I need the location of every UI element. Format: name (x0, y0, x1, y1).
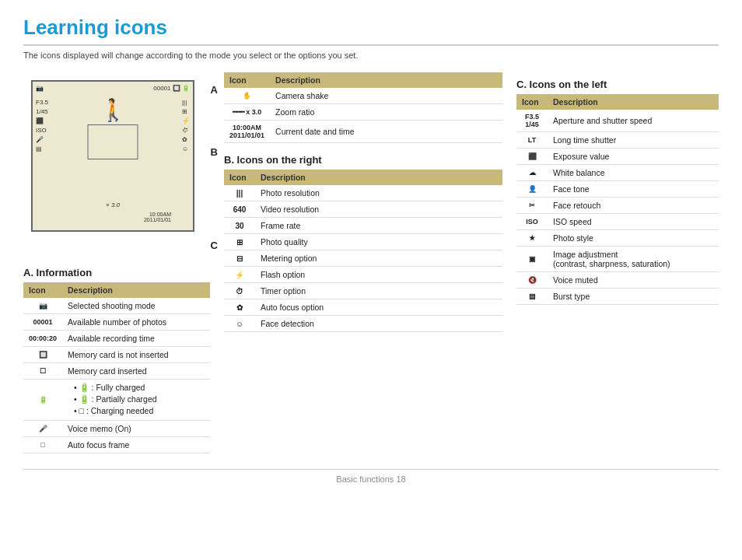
table-row: ☺Face detection (224, 316, 502, 332)
table-row: ✿Auto focus option (224, 299, 502, 316)
desc-cell: Available recording time (62, 331, 210, 347)
table-row: ☐Memory card inserted (23, 363, 210, 380)
label-b: B (211, 146, 218, 158)
table-row: ✋Camera shake (224, 88, 502, 104)
desc-cell: Video resolution (255, 201, 502, 218)
table-row: ▣Image adjustment (contrast, sharpness, … (516, 247, 719, 272)
desc-cell: Face tone (548, 181, 719, 198)
table-row: ★Photo style (516, 230, 719, 247)
section-a-col-desc: Description (62, 282, 210, 298)
desc-cell: Photo resolution (255, 185, 502, 201)
icon-cell: □ (23, 437, 62, 453)
icon-cell: ▤ (516, 289, 548, 305)
table-row: 🔇Voice muted (516, 272, 719, 289)
desc-cell: Frame rate (255, 218, 502, 234)
icon-cell: ⚡ (224, 267, 255, 283)
desc-cell: Zoom ratio (270, 104, 502, 121)
section-a-table: Icon Description 📷Selected shooting mode… (23, 282, 210, 453)
icon-cell: ★ (516, 230, 548, 247)
table-row: 10:00AM 2011/01/01Current date and time (224, 121, 502, 143)
icon-cell: ⊞ (224, 234, 255, 250)
desc-cell: Camera shake (270, 88, 502, 104)
table-row: ▤Burst type (516, 289, 719, 305)
icon-cell: ISO (516, 214, 548, 230)
icon-cell: 📷 (23, 298, 62, 314)
top-icons-table: Icon Description ✋Camera shake━━━ x 3.0Z… (224, 72, 502, 143)
section-c-col-icon: Icon (516, 94, 548, 110)
table-row: 00001Available number of photos (23, 314, 210, 331)
top-table-col-desc: Description (270, 72, 502, 88)
desc-cell: Selected shooting mode (62, 298, 210, 314)
desc-cell: Memory card is not inserted (62, 347, 210, 363)
desc-cell: Auto focus frame (62, 437, 210, 453)
icon-cell: ☁ (516, 165, 548, 181)
table-row: 📷Selected shooting mode (23, 298, 210, 314)
table-row: ☁White balance (516, 165, 719, 181)
desc-cell: Face retouch (548, 198, 719, 214)
page-title: Learning icons (23, 16, 719, 46)
section-b-col-desc: Description (255, 170, 502, 185)
desc-cell: Burst type (548, 289, 719, 305)
icon-cell: ☺ (224, 316, 255, 332)
icon-cell: 00:00:20 (23, 331, 62, 347)
table-row: ⊞Photo quality (224, 234, 502, 250)
icon-cell: ✋ (224, 88, 270, 104)
desc-cell: Metering option (255, 250, 502, 267)
top-table-col-icon: Icon (224, 72, 270, 88)
table-row: ✂Face retouch (516, 198, 719, 214)
section-b-table: Icon Description |||Photo resolution640V… (224, 170, 502, 332)
table-row: □Auto focus frame (23, 437, 210, 453)
icon-cell: 🎤 (23, 421, 62, 437)
camera-diagram: 📷 00001 🔲 🔋 F3.5 1/45 ⬛ ISO 🎤 ▤ ||| ⊞ ⚡ (23, 80, 218, 259)
table-row: LTLong time shutter (516, 132, 719, 149)
table-row: 🎤Voice memo (On) (23, 421, 210, 437)
label-a: A (211, 84, 218, 96)
section-b-col-icon: Icon (224, 170, 255, 185)
desc-cell: Available number of photos (62, 314, 210, 331)
table-row: |||Photo resolution (224, 185, 502, 201)
table-row: F3.5 1/45Aperture and shutter speed (516, 110, 719, 132)
page-footer: Basic functions 18 (23, 469, 719, 484)
icon-cell: 10:00AM 2011/01/01 (224, 121, 270, 143)
desc-cell: Auto focus option (255, 299, 502, 316)
label-c: C (211, 240, 218, 251)
icon-cell: 00001 (23, 314, 62, 331)
table-row: ⚡Flash option (224, 267, 502, 283)
icon-cell: ✂ (516, 198, 548, 214)
desc-cell: Long time shutter (548, 132, 719, 149)
desc-cell: Voice muted (548, 272, 719, 289)
icon-cell: 👤 (516, 181, 548, 198)
icon-cell: LT (516, 132, 548, 149)
section-a-col-icon: Icon (23, 282, 62, 298)
icon-cell: ||| (224, 185, 255, 201)
desc-cell: Current date and time (270, 121, 502, 143)
desc-cell: Timer option (255, 283, 502, 299)
desc-cell: ISO speed (548, 214, 719, 230)
icon-cell: ⏱ (224, 283, 255, 299)
icon-cell: 640 (224, 201, 255, 218)
table-row: ISOISO speed (516, 214, 719, 230)
desc-cell: Voice memo (On) (62, 421, 210, 437)
desc-cell: Face detection (255, 316, 502, 332)
section-c-col-desc: Description (548, 94, 719, 110)
icon-cell: ✿ (224, 299, 255, 316)
desc-cell: Memory card inserted (62, 363, 210, 380)
desc-cell: White balance (548, 165, 719, 181)
table-row: 30Frame rate (224, 218, 502, 234)
section-b-title: B. Icons on the right (224, 154, 502, 166)
icon-cell: ☐ (23, 363, 62, 380)
desc-cell: Image adjustment (contrast, sharpness, s… (548, 247, 719, 272)
icon-cell: ━━━ x 3.0 (224, 104, 270, 121)
icon-cell: 🔇 (516, 272, 548, 289)
table-row: ⊟Metering option (224, 250, 502, 267)
table-row: 00:00:20Available recording time (23, 331, 210, 347)
icon-cell: ⬛ (516, 149, 548, 165)
desc-cell: Aperture and shutter speed (548, 110, 719, 132)
section-c-table: Icon Description F3.5 1/45Aperture and s… (516, 94, 719, 305)
icon-cell: ▣ (516, 247, 548, 272)
table-row: ━━━ x 3.0Zoom ratio (224, 104, 502, 121)
icon-cell: 🔋 (23, 380, 62, 421)
desc-cell: Photo quality (255, 234, 502, 250)
section-c-title: C. Icons on the left (516, 79, 719, 90)
table-row: 🔋• 🔋 : Fully charged• 🔋 : Partially char… (23, 380, 210, 421)
